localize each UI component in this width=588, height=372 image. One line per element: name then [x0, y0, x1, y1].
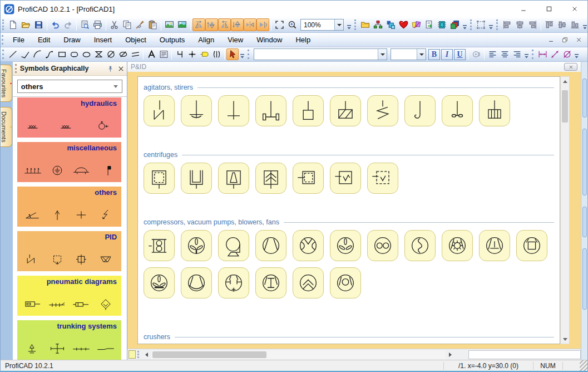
rounded-rectangle-button[interactable]: [68, 48, 80, 60]
agitator-propeller-tile[interactable]: [442, 95, 473, 126]
dimension-diameter-button[interactable]: [561, 48, 573, 60]
integrated-circuit-button[interactable]: [436, 18, 448, 31]
centrifuge-cone-tile[interactable]: [218, 163, 249, 194]
insert-image-alt-button[interactable]: [176, 18, 189, 31]
redo-button[interactable]: [62, 18, 75, 31]
cross-ticks-symbol[interactable]: [47, 341, 67, 358]
filter-diamond-symbol[interactable]: [96, 297, 116, 314]
scroll-up-icon[interactable]: [561, 77, 569, 86]
menu-outputs[interactable]: Outputs: [153, 33, 192, 46]
align-text-left-button[interactable]: [486, 48, 498, 60]
horizontal-scroll-thumb[interactable]: [152, 351, 266, 358]
combo-dropdown-button[interactable]: [378, 49, 387, 60]
document-close-small-button[interactable]: [564, 63, 577, 71]
flag-symbol[interactable]: [96, 163, 116, 180]
insert-image-button[interactable]: [163, 18, 176, 31]
vertical-scrollbar[interactable]: [560, 76, 570, 344]
menu-view[interactable]: View: [221, 33, 250, 46]
combo-dropdown-button[interactable]: [334, 19, 343, 30]
toolbar-overflow-button[interactable]: [461, 17, 468, 32]
open-button[interactable]: [19, 18, 32, 31]
dome-symbol[interactable]: [71, 163, 91, 180]
text-block-button[interactable]: [157, 48, 170, 60]
liquid-ring-tile[interactable]: [181, 267, 212, 298]
menu-object[interactable]: Object: [118, 33, 153, 46]
format-painter-button[interactable]: [134, 18, 146, 31]
compressor-tee-tile[interactable]: [479, 230, 510, 261]
earthing-circle-symbol[interactable]: [47, 163, 67, 180]
centrifuge-dashed-tile[interactable]: [144, 163, 175, 194]
symbol-group-select[interactable]: others: [17, 80, 122, 93]
category-card-pneumatic-diagrams[interactable]: pneumatic diagrams: [17, 276, 121, 316]
flip-down-button[interactable]: [231, 18, 244, 31]
toolbar-grip[interactable]: [496, 19, 499, 30]
paste-button[interactable]: [146, 18, 159, 31]
new-button[interactable]: [7, 18, 19, 31]
scroll-right-icon[interactable]: [446, 350, 455, 359]
toolbar-overflow-button[interactable]: [581, 17, 588, 32]
screw-compressor-tile[interactable]: [404, 230, 436, 261]
agitator-zigzag-tile[interactable]: [144, 95, 175, 126]
align-bottom-edges-button[interactable]: [569, 18, 581, 31]
toolbar-overflow-button[interactable]: [239, 47, 245, 61]
favourites-button[interactable]: [397, 18, 410, 31]
group-button[interactable]: [475, 18, 487, 31]
angle-symbol[interactable]: [23, 208, 43, 224]
pump-train-symbol[interactable]: [27, 119, 47, 135]
trapezoid-x-symbol[interactable]: [96, 252, 116, 269]
dock-segment[interactable]: [582, 248, 587, 310]
dock-segment[interactable]: [582, 207, 587, 237]
export-button[interactable]: [423, 18, 436, 31]
bold-button[interactable]: B: [428, 49, 440, 60]
centrifuge-wave-tile[interactable]: [330, 163, 361, 194]
menu-insert[interactable]: Insert: [87, 33, 119, 46]
panel-close-icon[interactable]: [117, 65, 125, 72]
compressor-tees-tile[interactable]: [218, 267, 249, 298]
category-card-pid[interactable]: PID: [17, 231, 121, 271]
flip-horizontal-button[interactable]: [244, 18, 256, 31]
arrow-up-symbol[interactable]: [47, 208, 67, 224]
menubar-grip[interactable]: [2, 35, 4, 45]
copy-button[interactable]: [121, 18, 134, 31]
toolbar-grip[interactable]: [532, 50, 535, 60]
agitator-hook-tile[interactable]: [404, 95, 436, 126]
align-center-button[interactable]: [513, 18, 526, 31]
align-text-right-button[interactable]: [511, 48, 523, 60]
pointer-button[interactable]: [226, 48, 239, 60]
valve-train-symbol[interactable]: [47, 297, 67, 314]
size-combobox[interactable]: [391, 48, 426, 60]
cylinder-symbol[interactable]: [23, 297, 43, 314]
toolbar-grip[interactable]: [2, 19, 5, 30]
cut-button[interactable]: [108, 18, 121, 31]
sun-wheel-tile[interactable]: [442, 230, 473, 261]
toolbar-grip[interactable]: [354, 19, 357, 30]
tick-line-symbol[interactable]: [71, 341, 91, 358]
toolbar-overflow-button[interactable]: [523, 47, 530, 61]
roots-blower-tile[interactable]: [144, 230, 175, 261]
align-right-edges-button[interactable]: [526, 18, 539, 31]
agitator-impeller-tile[interactable]: [255, 95, 286, 126]
hydraulic-motor-symbol[interactable]: [92, 119, 112, 135]
font-combobox[interactable]: [254, 48, 387, 60]
tab-favourites[interactable]: Favourites: [1, 65, 12, 102]
align-top-edges-button[interactable]: [543, 18, 556, 31]
undo-button[interactable]: [49, 18, 62, 31]
italic-button[interactable]: I: [441, 49, 453, 60]
toolbar-overflow-button[interactable]: [487, 17, 494, 32]
special-characters-button[interactable]: [470, 48, 482, 60]
compressor-trapezoid-tile[interactable]: [255, 230, 286, 261]
zigzag-agitator-symbol[interactable]: [23, 252, 43, 269]
lightning-arrow-symbol[interactable]: [96, 208, 116, 224]
crossed-circle-button[interactable]: [105, 48, 117, 60]
agitator-square-tile[interactable]: [293, 95, 324, 126]
page-tab[interactable]: [129, 350, 136, 359]
rotate-right-button[interactable]: [218, 18, 231, 31]
fan-propeller-bar-tile[interactable]: [144, 267, 175, 298]
fence-symbol[interactable]: [23, 163, 43, 180]
zoom-combobox[interactable]: 100%: [300, 19, 344, 31]
menu-file[interactable]: File: [6, 33, 31, 46]
cylinder-2-symbol[interactable]: [71, 297, 91, 314]
menu-draw[interactable]: Draw: [57, 33, 87, 46]
tick-line-step-symbol[interactable]: [96, 341, 116, 358]
category-card-hydraulics[interactable]: hydraulics: [17, 97, 121, 138]
